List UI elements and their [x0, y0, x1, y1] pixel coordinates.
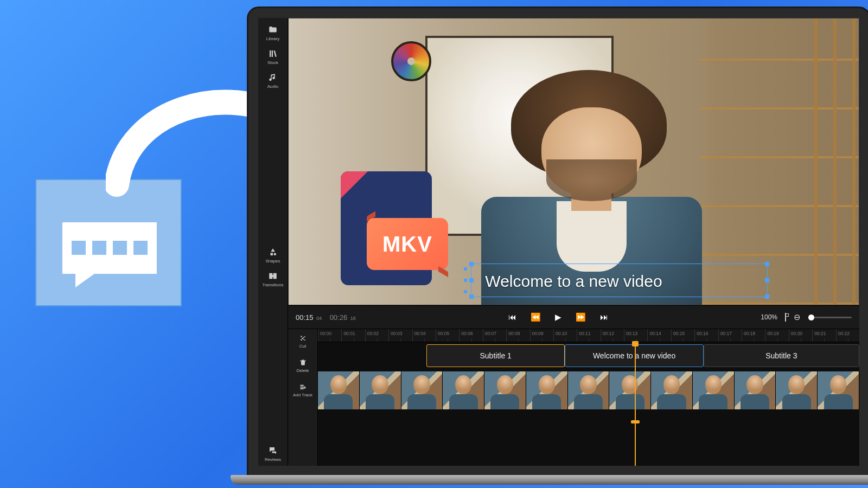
add-track-icon — [299, 383, 307, 391]
ruler-tick[interactable]: 00:09 — [530, 329, 553, 342]
ruler-tick[interactable]: 00:10 — [553, 329, 577, 342]
sidebar-label: Reviews — [265, 457, 281, 462]
ruler-tick[interactable]: 00:21 — [812, 329, 835, 342]
sidebar-label: Shapes — [265, 259, 280, 264]
subtitle-clip[interactable]: Subtitle 3 — [704, 344, 859, 367]
fullscreen-button[interactable] — [785, 313, 786, 321]
transitions-icon — [268, 271, 278, 281]
duration-frames: 18 — [350, 316, 356, 321]
forward-button[interactable]: ⏩ — [576, 312, 586, 322]
skip-end-button[interactable]: ⏭ — [600, 312, 608, 322]
duration-time: 00:26 — [330, 313, 348, 322]
ruler-tick[interactable]: 00:20 — [789, 329, 812, 342]
zoom-slider[interactable] — [808, 317, 852, 318]
video-thumbnail[interactable] — [776, 371, 818, 409]
rewind-button[interactable]: ⏪ — [531, 312, 541, 322]
sidebar-item-transitions[interactable]: Transitions — [258, 267, 288, 291]
timeline-tracks[interactable]: Subtitle 1Welcome to a new videoSubtitle… — [318, 342, 859, 466]
trash-icon — [299, 358, 307, 367]
sidebar-item-stock[interactable]: Stock — [258, 45, 288, 69]
ruler-tick[interactable]: 00:17 — [718, 329, 742, 342]
sidebar-item-reviews[interactable]: Reviews — [258, 442, 288, 466]
ruler-tick[interactable]: 00:14 — [647, 329, 671, 342]
timeline-ruler[interactable]: 00:0000:0100:0200:0300:0400:0500:0600:07… — [318, 329, 859, 342]
zoom-percent[interactable]: 100% — [761, 313, 777, 321]
caption-overlay-text[interactable]: Welcome to a new video — [485, 272, 662, 291]
tool-label: Add Track — [293, 393, 312, 397]
cut-button[interactable]: Cut — [288, 329, 318, 354]
sidebar-label: Transitions — [263, 282, 284, 287]
ruler-tick[interactable]: 00:18 — [742, 329, 765, 342]
play-button[interactable]: ▶ — [555, 312, 561, 322]
ruler-tick[interactable]: 00:04 — [412, 329, 436, 342]
laptop-base — [231, 475, 868, 485]
video-thumbnail[interactable] — [651, 371, 693, 409]
video-thumbnail[interactable] — [360, 371, 401, 409]
video-thumbnail[interactable] — [318, 371, 360, 409]
video-thumbnail[interactable] — [568, 371, 610, 409]
current-time: 00:15 — [296, 313, 314, 322]
ruler-tick[interactable]: 00:06 — [459, 329, 482, 342]
video-thumbnail[interactable] — [526, 371, 568, 409]
scissors-icon — [299, 334, 307, 342]
subtitle-clip[interactable]: Subtitle 1 — [426, 344, 565, 367]
speech-bubble-icon — [62, 222, 157, 274]
subtitle-track[interactable]: Subtitle 1Welcome to a new videoSubtitle… — [426, 344, 859, 368]
video-editor-app: Library Stock Audio Shapes — [258, 18, 859, 466]
ruler-tick[interactable]: 00:01 — [341, 329, 365, 342]
delete-button[interactable]: Delete — [288, 354, 318, 378]
ruler-tick[interactable]: 00:12 — [601, 329, 624, 342]
laptop-frame: Library Stock Audio Shapes — [247, 7, 868, 477]
add-track-button[interactable]: Add Track — [288, 378, 318, 402]
sidebar-label: Audio — [267, 84, 278, 89]
ruler-tick[interactable]: 00:07 — [483, 329, 506, 342]
ruler-tick[interactable]: 00:00 — [318, 329, 341, 342]
ruler-tick[interactable]: 00:11 — [577, 329, 600, 342]
sidebar-label: Stock — [267, 60, 278, 65]
timecode-display: 00:15 04 00:26 18 — [296, 313, 356, 322]
chat-icon — [268, 446, 278, 455]
music-icon — [268, 73, 278, 82]
video-thumbnail[interactable] — [818, 371, 859, 409]
shapes-icon — [268, 247, 278, 257]
mkv-label-text: MKV — [367, 218, 448, 270]
video-thumbnail[interactable] — [693, 371, 735, 409]
left-sidebar: Library Stock Audio Shapes — [258, 18, 288, 466]
mkv-file-badge: MKV — [335, 171, 444, 296]
books-icon — [268, 49, 278, 59]
ruler-tick[interactable]: 00:08 — [506, 329, 529, 342]
video-thumbnail[interactable] — [401, 371, 443, 409]
ruler-tick[interactable]: 00:16 — [694, 329, 718, 342]
timeline-tools: Cut Delete Add Track — [288, 329, 318, 466]
ruler-tick[interactable]: 00:19 — [765, 329, 788, 342]
video-track[interactable] — [318, 371, 859, 409]
sidebar-item-library[interactable]: Library — [258, 21, 288, 45]
video-thumbnail[interactable] — [443, 371, 484, 409]
tool-label: Delete — [296, 368, 309, 373]
playhead[interactable] — [635, 342, 636, 466]
video-thumbnail[interactable] — [609, 371, 651, 409]
ruler-tick[interactable]: 00:15 — [671, 329, 694, 342]
sidebar-item-audio[interactable]: Audio — [258, 69, 288, 93]
zoom-out-button[interactable]: ⊖ — [794, 312, 801, 322]
ruler-tick[interactable]: 00:03 — [388, 329, 412, 342]
video-thumbnail[interactable] — [484, 371, 526, 409]
video-thumbnail[interactable] — [735, 371, 776, 409]
ruler-tick[interactable]: 00:13 — [624, 329, 647, 342]
ruler-tick[interactable]: 00:02 — [365, 329, 388, 342]
video-preview[interactable]: Welcome to a new video MKV — [288, 18, 859, 305]
skip-start-button[interactable]: ⏮ — [508, 312, 516, 322]
current-frames: 04 — [316, 316, 322, 321]
timeline: Cut Delete Add Track — [288, 329, 859, 466]
sidebar-label: Library — [266, 36, 279, 41]
tool-label: Cut — [299, 344, 306, 349]
ruler-tick[interactable]: 00:22 — [836, 329, 859, 342]
ruler-tick[interactable]: 00:05 — [436, 329, 459, 342]
sidebar-item-shapes[interactable]: Shapes — [258, 243, 288, 267]
folder-icon — [268, 25, 278, 35]
playback-bar: 00:15 04 00:26 18 ⏮ ⏪ ▶ ⏩ ⏭ — [288, 305, 859, 329]
